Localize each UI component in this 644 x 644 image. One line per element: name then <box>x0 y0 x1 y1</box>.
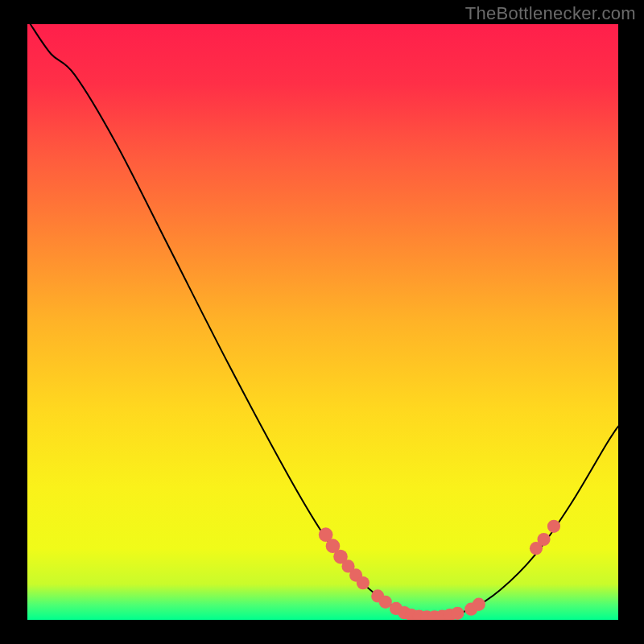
marker-dot <box>473 598 485 611</box>
markers-group <box>319 520 560 620</box>
marker-dot <box>357 576 369 589</box>
plot-area <box>27 24 618 620</box>
marker-dot <box>547 520 560 533</box>
curve-layer <box>27 24 618 620</box>
marker-dot <box>537 533 550 546</box>
attribution-label: TheBottlenecker.com <box>465 3 636 24</box>
chart-stage: TheBottlenecker.com <box>0 0 644 644</box>
marker-dot <box>451 607 464 620</box>
